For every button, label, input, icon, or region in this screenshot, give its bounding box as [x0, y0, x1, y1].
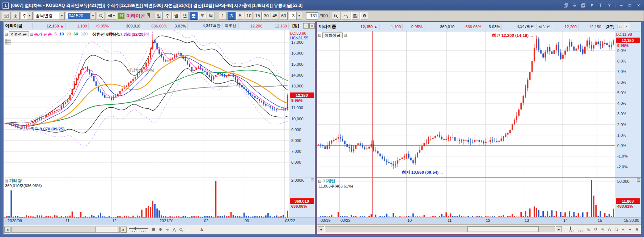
restore-icon[interactable]: □: [618, 24, 623, 29]
scroll-right-button[interactable]: ►: [120, 227, 127, 233]
chevron-down-icon[interactable]: ▼: [296, 12, 302, 20]
add-indicator-icon[interactable]: [342, 12, 350, 20]
new-listing-badge: 신: [118, 13, 124, 19]
minute-chart-panel[interactable]: 이라이콤 12,150 ▲ 1,100 +9.95% 369,010 636.0…: [317, 21, 641, 234]
best-ask: 12,200: [239, 23, 264, 29]
quote-change: 1,100: [380, 23, 403, 30]
save-icon[interactable]: [351, 12, 359, 20]
period-button-분[interactable]: 분: [190, 12, 198, 20]
legend-ma-120: 120: [81, 32, 88, 37]
bar-count-input[interactable]: 131: [306, 12, 318, 20]
pane-handle-icon[interactable]: [318, 34, 321, 37]
scrollbar-track[interactable]: [325, 226, 555, 232]
plot-stock-name-box[interactable]: 이라이콤: [9, 31, 29, 37]
zoom-out-button[interactable]: −: [620, 226, 626, 232]
pane-handle-icon[interactable]: [5, 180, 8, 182]
close-button[interactable]: ×: [636, 3, 641, 8]
pin-icon[interactable]: [589, 3, 595, 8]
search-icon[interactable]: [97, 12, 105, 20]
font-icon[interactable]: T: [598, 3, 603, 8]
minute-button-15[interactable]: 15: [254, 12, 262, 20]
volume-plot-area[interactable]: 거래량 369,010주(636.06%): [4, 177, 289, 217]
volume-value-label: 11,863주(483.61%): [319, 184, 353, 189]
ex-dividend-annotation: 배당락(0.00%): [127, 68, 154, 73]
minute-button-10[interactable]: 10: [245, 12, 253, 20]
time-axis-label: 12: [486, 218, 490, 223]
trendline-tool-icon[interactable]: ⋀: [171, 227, 177, 233]
export-icon[interactable]: [12, 12, 20, 20]
add-stock-icon[interactable]: [332, 12, 340, 20]
close-panel-icon[interactable]: ×: [309, 23, 315, 29]
scroll-left-button[interactable]: ◄: [4, 227, 10, 233]
restore-icon[interactable]: □: [303, 23, 309, 29]
indicator-settings-icon[interactable]: [5, 39, 11, 44]
scroll-left-button[interactable]: ◄: [318, 226, 324, 232]
minute-button-5[interactable]: 5: [236, 12, 244, 20]
period-button-틱[interactable]: 틱: [207, 12, 215, 20]
chevron-down-icon[interactable]: ▼: [90, 12, 96, 20]
scrollbar-thumb[interactable]: [96, 227, 117, 232]
minute-button-30[interactable]: 30: [262, 12, 270, 20]
price-tick: 6.0%: [617, 80, 626, 85]
minute-spinner[interactable]: 3▼: [289, 12, 302, 20]
favorite-group-select[interactable]: 주▼: [21, 12, 33, 20]
pane-handle-icon[interactable]: [5, 33, 8, 36]
pane-handle-icon[interactable]: [318, 180, 321, 183]
price-tick: 10,000: [291, 117, 304, 121]
indicator-tool-icon[interactable]: ∿: [164, 227, 170, 233]
price-tick: 6,000: [291, 160, 301, 164]
minimize-button[interactable]: –: [618, 3, 624, 8]
stock-code-input[interactable]: 041520▼: [66, 12, 96, 20]
indicator-tool-icon[interactable]: ∿: [599, 226, 606, 232]
pane-handle-icon[interactable]: [30, 33, 33, 36]
gear-icon[interactable]: ⚙: [360, 12, 368, 20]
period-button-년[interactable]: 년: [181, 12, 189, 20]
volume-plot-area[interactable]: 거래량 11,863주(483.61%): [317, 178, 615, 217]
flag-icon[interactable]: [147, 13, 150, 18]
minute-button-3[interactable]: 3: [228, 12, 236, 20]
period-button-월[interactable]: 월: [172, 12, 180, 20]
scrollbar-thumb[interactable]: [467, 227, 539, 232]
maximize-button[interactable]: □: [627, 3, 633, 8]
zoom-in-button[interactable]: +: [627, 226, 633, 232]
chart-layout-icon[interactable]: [2, 12, 10, 20]
zoom-in-button[interactable]: +: [192, 227, 198, 233]
period-button-초[interactable]: 초: [198, 12, 206, 20]
chart-grid-icon[interactable]: ⊞: [151, 227, 157, 233]
popout-icon[interactable]: [563, 3, 569, 8]
autoscale-button[interactable]: A: [634, 226, 640, 232]
sound-alert-button[interactable]: ▼: [106, 12, 117, 20]
period-button-일[interactable]: 일: [155, 12, 163, 20]
magnifier-icon[interactable]: [613, 226, 619, 232]
plot-stock-name-box[interactable]: 이라이콤: [322, 33, 343, 38]
period-button-주[interactable]: 주: [164, 12, 171, 20]
pin-top-icon[interactable]: [572, 3, 577, 8]
zoom-out-button[interactable]: −: [185, 227, 191, 233]
autoscale-button[interactable]: A: [199, 227, 205, 233]
duplicate-window-icon[interactable]: [580, 3, 586, 8]
settings-gear-icon[interactable]: ⚙: [157, 227, 164, 233]
chevron-down-icon[interactable]: ▼: [27, 12, 32, 20]
help-icon[interactable]: ?: [606, 3, 612, 8]
price-plot-area[interactable]: 이라이콤 종가 단순5102060120상한선 하한선저항선 지지선 최고 17…: [4, 30, 289, 177]
low-annotation: 최저 10,850 (09:54) →: [402, 170, 444, 175]
stock-change-select[interactable]: 종목변경▼: [34, 12, 65, 20]
scrollbar-track[interactable]: [11, 227, 120, 233]
axis-option-icon[interactable]: [637, 178, 640, 182]
chart-grid-icon[interactable]: ⊞: [586, 226, 592, 232]
minute-button-60[interactable]: 60: [280, 12, 288, 20]
zoom-slider[interactable]: [564, 226, 584, 233]
pane-handle-icon[interactable]: [344, 34, 347, 37]
minute-button-45[interactable]: 45: [271, 12, 279, 20]
axis-option-icon[interactable]: [311, 178, 314, 181]
zoom-slider[interactable]: [129, 227, 148, 233]
price-plot-area[interactable]: 이라이콤 최고 12,200 (14:18) → 최저 10,850 (09:5…: [317, 31, 615, 177]
scroll-right-button[interactable]: ►: [556, 226, 562, 232]
minute-button-1[interactable]: 1: [219, 12, 227, 20]
close-panel-icon[interactable]: ×: [624, 24, 629, 29]
chevron-down-icon[interactable]: ▼: [59, 12, 64, 20]
magnifier-icon[interactable]: [178, 227, 184, 233]
trendline-tool-icon[interactable]: ⋀: [606, 226, 613, 232]
time-axis-label: 11: [65, 219, 69, 223]
settings-gear-icon[interactable]: ⚙: [593, 226, 599, 232]
